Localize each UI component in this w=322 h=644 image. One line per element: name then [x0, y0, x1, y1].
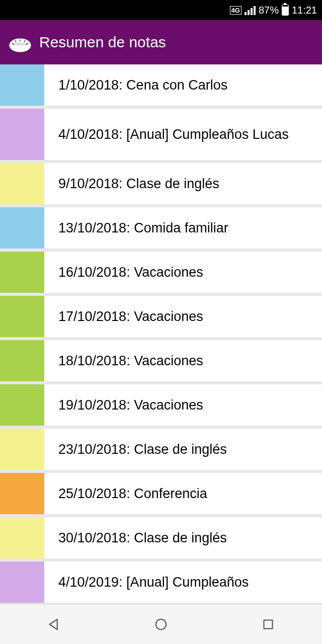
note-item[interactable]: 4/10/2019: [Anual] Cumpleaños — [0, 561, 322, 603]
note-color-tag — [0, 163, 44, 204]
note-color-tag — [0, 64, 44, 106]
home-button[interactable] — [151, 614, 171, 634]
note-text: 30/10/2018: Clase de inglés — [47, 517, 322, 558]
svg-point-7 — [156, 619, 166, 629]
signal-icon — [245, 5, 256, 15]
battery-percent: 87% — [259, 5, 279, 16]
status-time: 11:21 — [292, 5, 317, 16]
note-item[interactable]: 25/10/2018: Conferencia — [0, 473, 322, 514]
note-item[interactable]: 23/10/2018: Clase de inglés — [0, 429, 322, 470]
app-logo-icon — [8, 30, 32, 54]
recent-apps-button[interactable] — [258, 614, 278, 634]
note-color-tag — [0, 561, 44, 603]
svg-rect-8 — [264, 620, 273, 628]
note-color-tag — [0, 109, 44, 160]
note-text: 17/10/2018: Vacaciones — [47, 296, 322, 337]
note-text: 18/10/2018: Vacaciones — [47, 340, 322, 381]
note-color-tag — [0, 252, 44, 293]
note-item[interactable]: 18/10/2018: Vacaciones — [0, 340, 322, 381]
note-item[interactable]: 9/10/2018: Clase de inglés — [0, 163, 322, 204]
note-color-tag — [0, 384, 44, 426]
battery-icon — [282, 5, 289, 16]
note-item[interactable]: 19/10/2018: Vacaciones — [0, 384, 322, 426]
note-item[interactable]: 13/10/2018: Comida familiar — [0, 207, 322, 249]
note-text: 13/10/2018: Comida familiar — [47, 207, 322, 249]
note-text: 4/10/2019: [Anual] Cumpleaños — [47, 561, 322, 603]
note-item[interactable]: 4/10/2018: [Anual] Cumpleaños Lucas — [0, 109, 322, 160]
note-item[interactable]: 30/10/2018: Clase de inglés — [0, 517, 322, 558]
note-text: 1/10/2018: Cena con Carlos — [47, 64, 322, 106]
notes-list[interactable]: 1/10/2018: Cena con Carlos4/10/2018: [An… — [0, 64, 322, 604]
app-bar: Resumen de notas — [0, 20, 322, 64]
note-color-tag — [0, 517, 44, 558]
note-text: 23/10/2018: Clase de inglés — [47, 429, 322, 470]
note-color-tag — [0, 207, 44, 249]
navigation-bar — [0, 604, 322, 644]
note-item[interactable]: 17/10/2018: Vacaciones — [0, 296, 322, 337]
note-text: 19/10/2018: Vacaciones — [47, 384, 322, 426]
note-color-tag — [0, 296, 44, 337]
note-color-tag — [0, 429, 44, 470]
network-icon: 4G — [230, 6, 242, 15]
note-text: 4/10/2018: [Anual] Cumpleaños Lucas — [47, 109, 322, 160]
back-button[interactable] — [44, 614, 64, 634]
note-color-tag — [0, 340, 44, 381]
app-title: Resumen de notas — [39, 34, 166, 51]
note-item[interactable]: 1/10/2018: Cena con Carlos — [0, 64, 322, 106]
status-bar: 4G 87% 11:21 — [0, 0, 322, 20]
note-text: 25/10/2018: Conferencia — [47, 473, 322, 514]
note-text: 16/10/2018: Vacaciones — [47, 252, 322, 293]
note-text: 9/10/2018: Clase de inglés — [47, 163, 322, 204]
note-item[interactable]: 16/10/2018: Vacaciones — [0, 252, 322, 293]
note-color-tag — [0, 473, 44, 514]
